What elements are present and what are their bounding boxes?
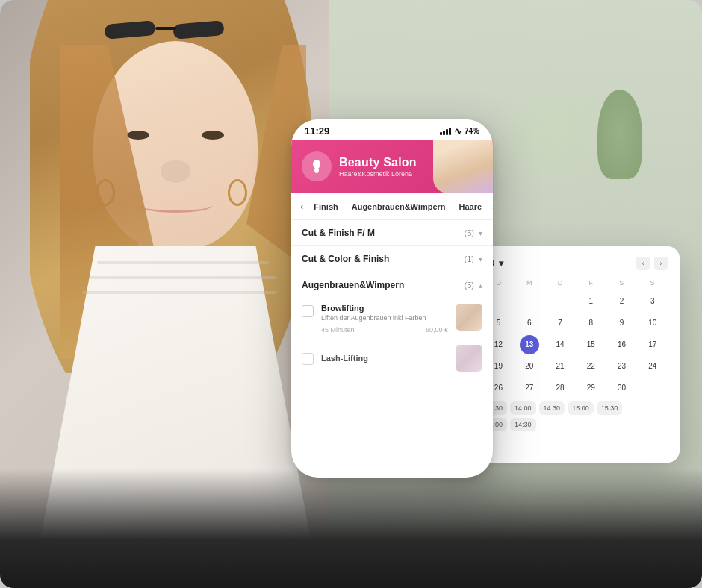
smile xyxy=(138,198,213,213)
cal-day-24[interactable]: 24 xyxy=(643,357,662,376)
cal-day-27[interactable]: 27 xyxy=(520,378,539,398)
sunglasses-on-head xyxy=(97,21,232,39)
cal-day-16[interactable]: 16 xyxy=(612,335,632,354)
service-nav[interactable]: ‹ Finish Augenbrauen&Wimpern Haare › xyxy=(291,193,493,220)
salon-info: Beauty Salon Haare&Kosmetik Lorena xyxy=(339,156,417,178)
cal-day-10[interactable]: 10 xyxy=(643,313,662,333)
cal-day-17[interactable]: 17 xyxy=(643,335,662,354)
service-browlifting: Browlifting Liften der Augenbrauen inkl … xyxy=(302,298,482,340)
category-cut-finish-label: Cut & Finish F/ M xyxy=(302,228,375,238)
phone-frame: 11:29 ∿ 74% xyxy=(291,119,493,478)
chevron-up-icon: ▴ xyxy=(479,281,482,290)
timeslot-r2-3[interactable]: 14:30 xyxy=(510,418,536,431)
status-icons: ∿ 74% xyxy=(440,126,479,137)
logo-icon xyxy=(308,158,325,175)
calendar-navigation[interactable]: ‹ › xyxy=(636,257,668,270)
cal-day-8[interactable]: 8 xyxy=(581,313,600,333)
cal-day-14[interactable]: 14 xyxy=(550,335,570,354)
cal-day-9[interactable]: 9 xyxy=(612,313,632,333)
cal-day-1[interactable]: 1 xyxy=(581,292,600,311)
cal-day-6[interactable]: 6 xyxy=(520,313,539,333)
left-eye xyxy=(127,131,149,140)
background-tree xyxy=(597,90,642,179)
signal-bar-4 xyxy=(449,128,451,135)
day-label-s1: S xyxy=(606,278,637,288)
timeslot-1430[interactable]: 14:30 xyxy=(539,401,565,415)
service-lash-lifting-partial: Lash-Lifting xyxy=(302,340,482,376)
salon-name: Beauty Salon xyxy=(339,156,417,169)
chevron-down-icon-2: ▾ xyxy=(479,255,482,263)
category-cut-finish-count: (5) ▾ xyxy=(465,228,482,237)
header-photo xyxy=(433,140,493,193)
day-label-d2: D xyxy=(544,278,575,288)
status-bar: 11:29 ∿ 74% xyxy=(291,119,493,140)
battery-indicator: 74% xyxy=(465,127,479,135)
day-label-f: F xyxy=(576,278,606,288)
lash-lifting-name: Lash-Lifting xyxy=(321,354,448,363)
salon-header: Beauty Salon Haare&Kosmetik Lorena xyxy=(291,140,493,193)
salon-subtitle: Haare&Kosmetik Lorena xyxy=(339,170,417,178)
salon-logo xyxy=(302,151,332,181)
browlifting-info: Browlifting Liften der Augenbrauen inkl … xyxy=(321,304,448,334)
browlifting-meta: 45 Minuten 60,00 € xyxy=(321,326,448,334)
phone-mockup: 11:29 ∿ 74% xyxy=(291,119,493,478)
lash-lifting-image xyxy=(456,345,482,372)
cal-day-7[interactable]: 7 xyxy=(550,313,570,333)
lash-lifting-info: Lash-Lifting xyxy=(321,354,448,363)
clothing-line-1 xyxy=(97,261,269,264)
browlifting-checkbox[interactable] xyxy=(302,305,314,317)
cal-day-20[interactable]: 20 xyxy=(520,357,539,376)
clothing-line-2 xyxy=(90,276,276,279)
tab-augenbrauen[interactable]: Augenbrauen&Wimpern xyxy=(346,199,452,214)
signal-bar-1 xyxy=(440,132,442,135)
cal-day-21[interactable]: 21 xyxy=(550,357,570,376)
wifi-icon: ∿ xyxy=(454,126,462,137)
tab-haare[interactable]: Haare xyxy=(453,199,488,214)
right-earring xyxy=(228,179,247,206)
cal-day-22[interactable]: 22 xyxy=(581,357,600,376)
day-label-s2: S xyxy=(637,278,668,288)
timeslot-1500[interactable]: 15:00 xyxy=(568,401,594,415)
cal-day-30[interactable]: 30 xyxy=(612,378,632,398)
cal-day-empty-4[interactable] xyxy=(550,292,570,311)
augenbrauen-count-number: (5) xyxy=(465,281,474,290)
cal-day-3[interactable]: 3 xyxy=(643,292,662,311)
category-augenbrauen-expanded: Augenbrauen&Wimpern (5) ▴ Browlifting Li… xyxy=(291,272,493,381)
category-cut-color-count: (1) ▾ xyxy=(465,254,482,263)
nose xyxy=(161,160,190,183)
timeslot-1530[interactable]: 15:30 xyxy=(597,401,623,415)
timeslot-1400[interactable]: 14:00 xyxy=(510,401,536,415)
cal-day-29[interactable]: 29 xyxy=(581,378,600,398)
browlifting-image xyxy=(456,304,482,331)
cal-day-2[interactable]: 2 xyxy=(612,292,632,311)
category-cut-color-finish[interactable]: Cut & Color & Finish (1) ▾ xyxy=(291,246,493,272)
cal-day-15[interactable]: 15 xyxy=(581,335,600,354)
chevron-down-icon: ▾ xyxy=(479,229,482,237)
clock-display: 11:29 xyxy=(305,125,329,137)
header-photo-figure xyxy=(433,140,493,193)
cal-day-13-selected[interactable]: 13 xyxy=(520,335,539,354)
calendar-dropdown-arrow[interactable]: ▾ xyxy=(499,258,503,269)
nav-back-arrow[interactable]: ‹ xyxy=(297,201,306,212)
category-cut-finish[interactable]: Cut & Finish F/ M (5) ▾ xyxy=(291,220,493,246)
browlifting-name: Browlifting xyxy=(321,304,448,313)
cal-day-23[interactable]: 23 xyxy=(612,357,632,376)
calendar-prev-button[interactable]: ‹ xyxy=(636,257,650,270)
tab-finish[interactable]: Finish xyxy=(308,199,344,214)
service-list: Cut & Finish F/ M (5) ▾ Cut & Color & Fi… xyxy=(291,220,493,381)
augenbrauen-header[interactable]: Augenbrauen&Wimpern (5) ▴ xyxy=(302,280,482,290)
lash-lifting-checkbox[interactable] xyxy=(302,353,314,365)
calendar-next-button[interactable]: › xyxy=(654,257,668,270)
nav-forward-arrow[interactable]: › xyxy=(489,201,493,212)
cal-day-empty-end[interactable] xyxy=(643,378,662,398)
signal-bar-2 xyxy=(443,131,445,135)
signal-icon xyxy=(440,128,451,135)
browlifting-description: Liften der Augenbrauen inkl Färben xyxy=(321,314,448,323)
category-cut-color-label: Cut & Color & Finish xyxy=(302,254,389,264)
signal-bar-3 xyxy=(446,129,448,135)
browlifting-duration: 45 Minuten xyxy=(321,326,355,334)
cal-day-empty-3[interactable] xyxy=(520,292,539,311)
day-label-m2: M xyxy=(514,278,544,288)
bottom-overlay xyxy=(0,469,702,588)
cal-day-28[interactable]: 28 xyxy=(550,378,570,398)
